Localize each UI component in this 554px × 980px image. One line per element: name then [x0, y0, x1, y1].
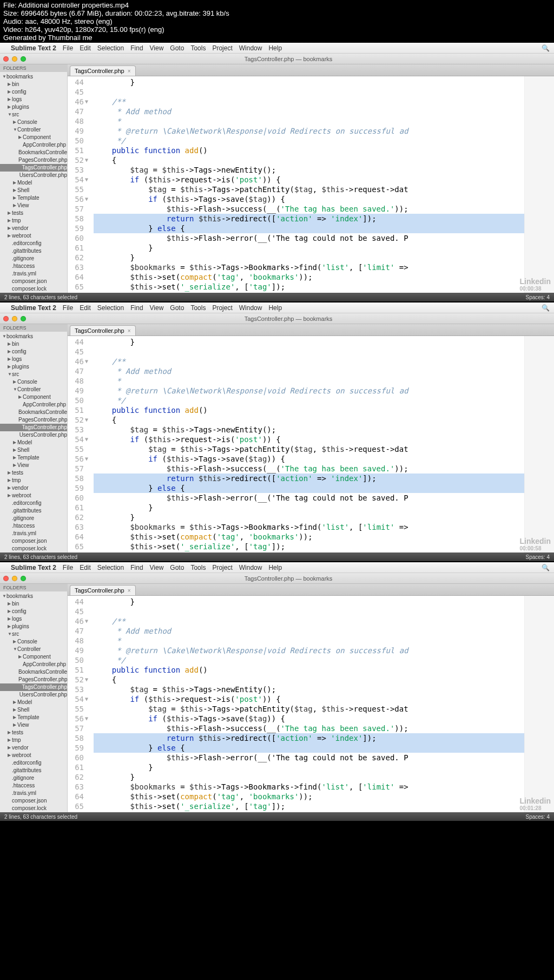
menu-edit[interactable]: Edit: [80, 44, 91, 52]
tree-item[interactable]: ▶View: [0, 202, 67, 209]
tab-close-icon[interactable]: ×: [128, 328, 131, 334]
tree-item[interactable]: ▶Model: [0, 439, 67, 446]
menu-tools[interactable]: Tools: [190, 564, 206, 571]
tree-item[interactable]: .gitignore: [0, 255, 67, 262]
tree-item[interactable]: .htaccess: [0, 782, 67, 790]
tree-item[interactable]: BookmarksController.php: [0, 409, 67, 416]
tree-item[interactable]: ▶Shell: [0, 706, 67, 714]
close-icon[interactable]: [3, 316, 9, 321]
tree-item[interactable]: .gitignore: [0, 774, 67, 782]
menu-selection[interactable]: Selection: [97, 44, 124, 52]
zoom-icon[interactable]: [21, 56, 26, 62]
menu-find[interactable]: Find: [130, 44, 143, 52]
tree-item[interactable]: .travis.yml: [0, 790, 67, 797]
minimize-icon[interactable]: [12, 316, 17, 321]
tree-item[interactable]: ▶Console: [0, 378, 67, 386]
tree-item[interactable]: AppController.php: [0, 141, 67, 149]
menu-edit[interactable]: Edit: [80, 304, 91, 312]
tree-item[interactable]: ▶webroot: [0, 232, 67, 240]
menu-goto[interactable]: Goto: [170, 304, 184, 312]
tree-item[interactable]: AppController.php: [0, 661, 67, 668]
tree-item[interactable]: ▶webroot: [0, 752, 67, 759]
tree-item[interactable]: composer.lock: [0, 545, 67, 553]
close-icon[interactable]: [3, 56, 9, 62]
tree-item[interactable]: ▶bin: [0, 600, 67, 608]
menu-file[interactable]: File: [63, 44, 73, 52]
menu-project[interactable]: Project: [212, 44, 232, 52]
status-spaces[interactable]: Spaces: 4: [526, 814, 550, 820]
zoom-icon[interactable]: [21, 316, 26, 321]
tree-item[interactable]: ▶Model: [0, 699, 67, 706]
status-spaces[interactable]: Spaces: 4: [526, 294, 550, 300]
tree-item[interactable]: ▶bin: [0, 340, 67, 348]
tree-item[interactable]: ▼bookmarks: [0, 73, 67, 81]
tree-item[interactable]: ▶tests: [0, 209, 67, 217]
tree-item[interactable]: .gitattributes: [0, 247, 67, 255]
tree-item[interactable]: .editorconfig: [0, 240, 67, 247]
tree-item[interactable]: ▶config: [0, 608, 67, 615]
tree-item[interactable]: ▶config: [0, 88, 67, 96]
tree-item[interactable]: ▶logs: [0, 356, 67, 363]
app-name[interactable]: Sublime Text 2: [11, 304, 56, 312]
menu-project[interactable]: Project: [212, 564, 232, 571]
menu-project[interactable]: Project: [212, 304, 232, 312]
tab-tagscontroller[interactable]: TagsController.php ×: [70, 325, 136, 336]
close-icon[interactable]: [3, 576, 9, 581]
app-name[interactable]: Sublime Text 2: [11, 564, 56, 571]
tree-item[interactable]: .editorconfig: [0, 759, 67, 767]
tree-item[interactable]: ▶Template: [0, 454, 67, 462]
zoom-icon[interactable]: [21, 576, 26, 581]
tree-item[interactable]: TagsController.php: [0, 164, 67, 172]
tree-item[interactable]: ▶Component: [0, 134, 67, 141]
tree-item[interactable]: ▶Component: [0, 653, 67, 661]
tree-item[interactable]: TagsController.php: [0, 424, 67, 431]
tree-item[interactable]: ▼src: [0, 371, 67, 378]
tree-item[interactable]: ▶tmp: [0, 736, 67, 744]
tree-item[interactable]: ▼bookmarks: [0, 333, 67, 340]
tree-item[interactable]: ▶View: [0, 462, 67, 469]
tree-item[interactable]: ▶Template: [0, 714, 67, 721]
tree-item[interactable]: UsersController.php: [0, 431, 67, 439]
tree-item[interactable]: ▶plugins: [0, 623, 67, 630]
code[interactable]: } /** * Add method * * @return \Cake\Net…: [87, 336, 524, 553]
tree-item[interactable]: ▶webroot: [0, 492, 67, 499]
tree-item[interactable]: ▶tests: [0, 469, 67, 477]
menu-window[interactable]: Window: [239, 44, 262, 52]
search-icon[interactable]: 🔍: [542, 564, 550, 571]
tree-item[interactable]: ▶bin: [0, 81, 67, 88]
minimap[interactable]: [524, 336, 554, 553]
status-spaces[interactable]: Spaces: 4: [526, 554, 550, 560]
code[interactable]: } /** * Add method * * @return \Cake\Net…: [87, 76, 524, 293]
menu-find[interactable]: Find: [130, 564, 143, 571]
tree-item[interactable]: ▶Shell: [0, 446, 67, 454]
tree-item[interactable]: ▼src: [0, 630, 67, 638]
minimap[interactable]: [524, 596, 554, 812]
menu-window[interactable]: Window: [239, 304, 262, 312]
tree-item[interactable]: composer.lock: [0, 285, 67, 293]
tree-item[interactable]: composer.json: [0, 797, 67, 805]
menu-tools[interactable]: Tools: [190, 304, 206, 312]
tree-item[interactable]: ▶plugins: [0, 103, 67, 111]
search-icon[interactable]: 🔍: [542, 44, 550, 52]
code[interactable]: } /** * Add method * * @return \Cake\Net…: [87, 596, 524, 812]
tree-item[interactable]: AppController.php: [0, 401, 67, 409]
menu-goto[interactable]: Goto: [170, 564, 184, 571]
menu-find[interactable]: Find: [130, 304, 143, 312]
minimap[interactable]: [524, 76, 554, 293]
tree-item[interactable]: .htaccess: [0, 522, 67, 530]
menu-edit[interactable]: Edit: [80, 564, 91, 571]
code-area[interactable]: 444546▼474849505152▼5354▼5556▼5758596061…: [68, 76, 554, 293]
tree-item[interactable]: .travis.yml: [0, 530, 67, 537]
tree-item[interactable]: ▶Console: [0, 119, 67, 126]
menu-help[interactable]: Help: [268, 44, 282, 52]
tree-item[interactable]: composer.lock: [0, 805, 67, 812]
menu-view[interactable]: View: [150, 564, 164, 571]
menu-file[interactable]: File: [63, 304, 73, 312]
tree-item[interactable]: .editorconfig: [0, 499, 67, 507]
menu-view[interactable]: View: [150, 44, 164, 52]
tree-item[interactable]: PagesController.php: [0, 156, 67, 164]
menu-window[interactable]: Window: [239, 564, 262, 571]
tree-item[interactable]: composer.json: [0, 278, 67, 285]
tree-item[interactable]: ▶logs: [0, 615, 67, 623]
tree-item[interactable]: .gitignore: [0, 515, 67, 522]
